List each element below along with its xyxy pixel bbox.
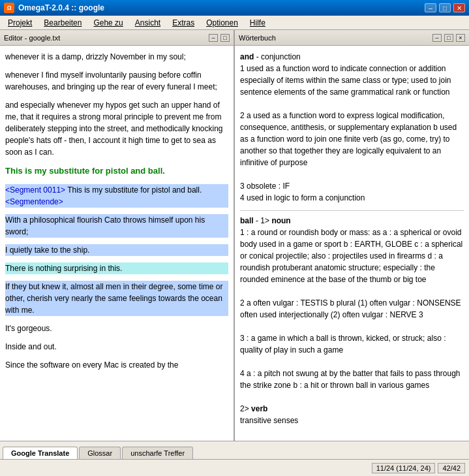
segment-end-tag: <Segmentende> [5, 197, 63, 206]
text-bold-sentence: This is my substitute for pistol and bal… [5, 165, 228, 178]
dict-header: Wörterbuch – □ × [235, 30, 469, 46]
window-controls: – □ ✕ [425, 3, 465, 12]
text-paragraph-9: It's gorgeous. [5, 323, 228, 334]
text-paragraph-2: whenever I find myself involuntarily pau… [5, 69, 228, 93]
dict-separator [240, 210, 464, 211]
editor-panel: Editor - google.txt – □ whenever it is a… [0, 30, 235, 441]
menu-optionen[interactable]: Optionen [201, 17, 243, 29]
menu-extras[interactable]: Extras [167, 17, 200, 29]
editor-header: Editor - google.txt – □ [0, 30, 234, 46]
menu-projekt[interactable]: Projekt [3, 17, 37, 29]
title-bar: Ω OmegaT-2.0.4 :: google – □ ✕ [0, 0, 469, 16]
dict-entry-ball: ball - 1> noun 1 : a round or roundish b… [240, 215, 464, 426]
menu-bearbeiten[interactable]: Bearbeiten [38, 17, 87, 29]
dict-word-and: and [240, 52, 254, 61]
dict-pos-and: conjunction [261, 52, 301, 61]
dict-def-ball-3: 3 : a game in which a ball is thrown, ki… [240, 334, 446, 355]
dict-def-and-1: 1 used as a function word to indicate co… [240, 64, 451, 97]
bottom-tabs: Google Translate Glossar unscharfe Treff… [0, 441, 469, 459]
dict-content[interactable]: and - conjunction 1 used as a function w… [235, 46, 469, 441]
dict-sense-2: 2> [240, 404, 249, 413]
text-paragraph-10: Inside and out. [5, 341, 228, 353]
editor-content[interactable]: whenever it is a damp, drizzly November … [0, 46, 234, 441]
text-paragraph-6: I quietly take to the ship. [5, 244, 228, 256]
status-bar: 11/24 (11/24, 24) 42/42 [0, 459, 469, 476]
status-position: 11/24 (11/24, 24) [372, 463, 436, 473]
main-container: Editor - google.txt – □ whenever it is a… [0, 30, 469, 441]
dict-def-and-2: 2 a used as a function word to express l… [240, 111, 457, 167]
close-button[interactable]: ✕ [453, 3, 465, 12]
text-paragraph-7: There is nothing surprising in this. [5, 262, 228, 274]
text-paragraph-11: Since the software on every Mac is creat… [5, 359, 228, 371]
text-paragraph-5: With a philosophical flourish Cato throw… [5, 214, 228, 238]
editor-maximize[interactable]: □ [220, 34, 230, 42]
menu-ansicht[interactable]: Ansicht [130, 17, 166, 29]
tab-glossar[interactable]: Glossar [79, 447, 121, 459]
app-icon: Ω [4, 3, 14, 13]
window-title: OmegaT-2.0.4 :: google [18, 3, 104, 12]
segment-block: <Segment 0011> This is my substitute for… [5, 184, 228, 208]
dict-pos-ball-2: verb [251, 404, 267, 413]
text-paragraph-1: whenever it is a damp, drizzly November … [5, 51, 228, 63]
menu-bar: Projekt Bearbeiten Gehe zu Ansicht Extra… [0, 16, 469, 30]
dict-def-ball-2: 2 a often vulgar : TESTIS b plural (1) o… [240, 298, 461, 319]
text-paragraph-3: and especially whenever my hypos get suc… [5, 99, 228, 158]
menu-gehe-zu[interactable]: Gehe zu [88, 17, 128, 29]
dict-title: Wörterbuch [239, 34, 276, 42]
menu-hilfe[interactable]: Hilfe [245, 17, 271, 29]
text-paragraph-8: If they but knew it, almost all men in t… [5, 281, 228, 316]
segment-start-tag: <Segment 0011> [5, 185, 65, 195]
dict-def-ball-verb: transitive senses [240, 416, 298, 425]
dict-def-and-4: 4 used in logic to form a conjunction [240, 193, 365, 202]
dict-def-ball-1: 1 : a round or roundish body or mass: as… [240, 228, 462, 284]
maximize-button[interactable]: □ [439, 3, 451, 12]
dict-pos-ball-1: noun [271, 216, 290, 225]
editor-minimize[interactable]: – [209, 34, 218, 42]
dict-minimize[interactable]: – [432, 34, 442, 42]
dict-def-and-3: 3 obsolete : IF [240, 182, 290, 191]
dict-sense-1: 1> [260, 216, 269, 225]
dict-maximize[interactable]: □ [444, 34, 453, 42]
editor-title: Editor - google.txt [4, 34, 60, 42]
tab-google-translate[interactable]: Google Translate [3, 447, 78, 459]
dict-entry-and: and - conjunction 1 used as a function w… [240, 51, 464, 204]
tab-unscharfe-treffer[interactable]: unscharfe Treffer [122, 447, 193, 459]
dictionary-panel: Wörterbuch – □ × and - conjunction 1 use… [235, 30, 469, 441]
minimize-button[interactable]: – [425, 3, 436, 12]
dict-word-ball: ball [240, 216, 254, 225]
status-total: 42/42 [438, 463, 465, 473]
dict-def-ball-4: 4 a : a pitch not swung at by the batter… [240, 369, 461, 390]
dict-close[interactable]: × [456, 34, 465, 42]
